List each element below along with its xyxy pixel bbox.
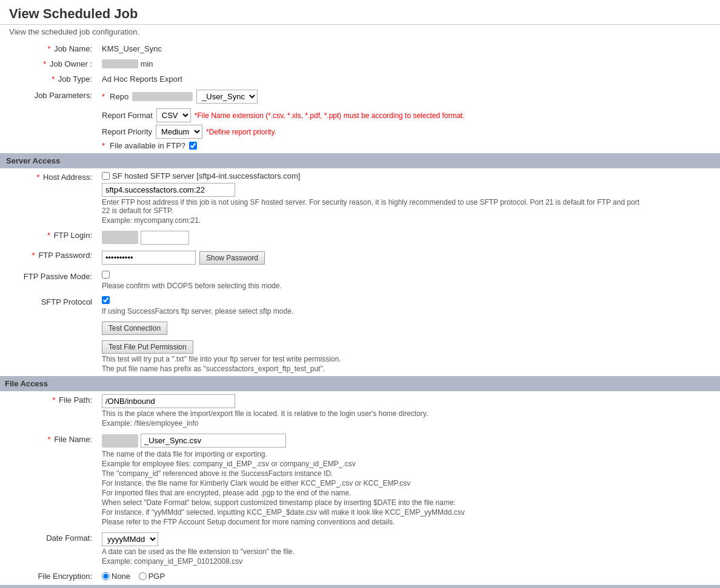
- report-priority-note: *Define report priority.: [206, 128, 276, 136]
- date-format-note1: A date can be used as the file extension…: [102, 547, 715, 556]
- report-priority-select[interactable]: Low Medium High: [156, 125, 202, 139]
- file-name-input[interactable]: [141, 434, 286, 448]
- page-title: View Scheduled Job: [0, 0, 720, 25]
- encryption-pgp-radio[interactable]: [139, 572, 147, 580]
- required-star-3: *: [52, 74, 55, 84]
- file-name-note6: When select "Date Format" below, support…: [102, 498, 715, 507]
- file-name-note5: For imported files that are encrypted, p…: [102, 489, 715, 497]
- required-star-4: *: [102, 92, 105, 101]
- file-path-input[interactable]: [102, 394, 235, 408]
- date-format-label: Date Format:: [46, 533, 92, 543]
- file-path-label: File Path:: [59, 395, 92, 405]
- test-file-put-button[interactable]: Test File Put Permission: [102, 340, 193, 354]
- file-available-ftp-checkbox[interactable]: [189, 142, 197, 150]
- file-name-note4: For instance, the file name for Kimberly…: [102, 479, 715, 487]
- page-subtitle: View the scheduled job configuration.: [0, 25, 720, 41]
- host-address-note: Enter FTP host address if this job is no…: [102, 198, 647, 215]
- host-address-input[interactable]: [102, 183, 235, 197]
- sf-hosted-checkbox[interactable]: [102, 172, 110, 180]
- file-name-note3: The "company_id" referenced above is the…: [102, 469, 715, 478]
- file-access-header: File Access: [0, 376, 720, 391]
- date-format-select[interactable]: yyyyMMdd yyMMdd MMddyyyy: [102, 532, 158, 546]
- report-format-note: *File Name extension (*.csv, *.xls, *.pd…: [195, 111, 465, 120]
- job-owner-blurred: [102, 59, 138, 68]
- sftp-protocol-checkbox[interactable]: [102, 296, 110, 304]
- ftp-password-input[interactable]: [102, 251, 196, 265]
- file-name-note8: Please refer to the FTP Account Setup do…: [102, 518, 715, 526]
- file-name-label: File Name:: [54, 435, 92, 444]
- sf-hosted-label: SF hosted SFTP server [sftp4-int.success…: [112, 171, 300, 180]
- job-name-value: KMS_User_Sync: [102, 44, 162, 53]
- ftp-passive-mode-label: FTP Passive Mode:: [24, 272, 92, 281]
- job-owner-label: Job Owner :: [50, 59, 92, 68]
- test-connection-button[interactable]: Test Connection: [102, 322, 167, 335]
- file-name-note1: The name of the data file for importing …: [102, 450, 715, 458]
- job-occurrence-header: Job Occurrence & Notification: [0, 585, 720, 588]
- sftp-protocol-note: If using SuccessFactors ftp server, plea…: [102, 307, 715, 315]
- test-file-note-2: The put file name has prefix as "success…: [102, 365, 715, 373]
- report-select[interactable]: _User_Sync: [196, 90, 258, 104]
- report-priority-label: Report Priority: [102, 127, 152, 136]
- report-format-select[interactable]: CSV XLS PDF PPT: [156, 108, 191, 122]
- job-type-label: Job Type:: [58, 74, 92, 84]
- test-file-note-1: This test will try put a ".txt" file int…: [102, 355, 715, 363]
- host-address-example: Example: mycompany.com:21.: [102, 216, 715, 225]
- ftp-login-input[interactable]: [141, 231, 189, 245]
- required-star-2: *: [43, 59, 46, 68]
- ftp-passive-note: Please confirm with DCOPS before selecti…: [102, 282, 715, 290]
- file-name-note2: Example for employee files: company_id_E…: [102, 460, 715, 468]
- ftp-password-label: FTP Password:: [38, 251, 92, 260]
- report-blurred: [132, 92, 193, 101]
- file-path-note: This is the place where the import/expor…: [102, 409, 715, 418]
- show-password-button[interactable]: Show Password: [199, 251, 265, 265]
- encryption-none-label: None: [112, 572, 130, 581]
- file-path-example: Example: /files/employee_info: [102, 419, 715, 428]
- report-label: Repo: [110, 92, 128, 101]
- file-encryption-label: File Encryption:: [38, 572, 92, 581]
- host-address-label: Host Address:: [43, 173, 92, 182]
- server-access-header: Server Access: [0, 153, 720, 168]
- required-star: *: [47, 44, 50, 53]
- file-available-ftp-label: File available in FTP?: [110, 141, 185, 150]
- ftp-passive-checkbox[interactable]: [102, 271, 110, 279]
- job-owner-suffix: min: [141, 59, 153, 68]
- report-format-label: Report Format: [102, 111, 153, 120]
- ftp-login-label: FTP Login:: [54, 231, 92, 240]
- encryption-pgp-label: PGP: [148, 572, 165, 581]
- job-name-label: Job Name:: [54, 44, 92, 53]
- sftp-protocol-label: SFTP Protocol: [41, 297, 92, 306]
- date-format-note2: Example: company_id_EMP_01012008.csv: [102, 557, 715, 566]
- encryption-none-radio[interactable]: [102, 572, 110, 580]
- job-type-value: Ad Hoc Reports Export: [102, 74, 182, 84]
- job-parameters-label: Job Parameters:: [35, 91, 92, 100]
- file-name-note7: For instance, if "yyMMdd" selected, inpu…: [102, 508, 715, 517]
